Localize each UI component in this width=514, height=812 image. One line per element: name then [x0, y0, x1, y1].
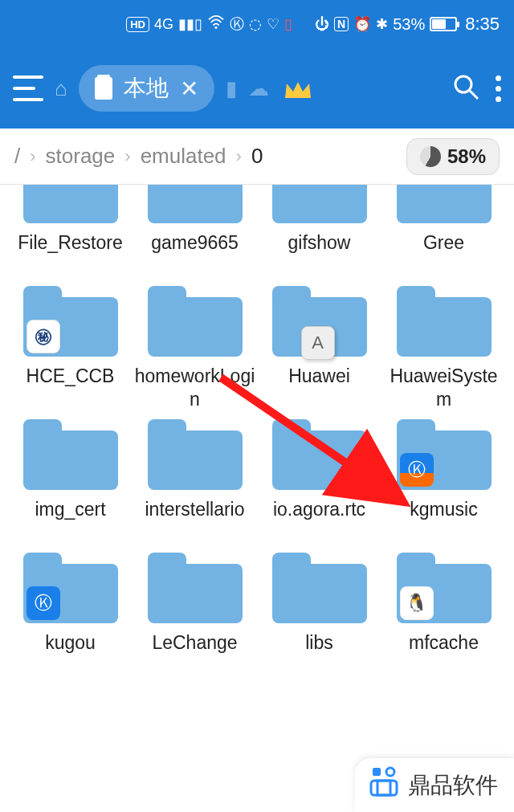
wifi-icon: [207, 15, 225, 34]
folder-icon: Ⓚ: [397, 419, 492, 490]
search-button[interactable]: [452, 73, 479, 104]
k-icon: Ⓚ: [230, 14, 244, 34]
clock: 8:35: [465, 14, 500, 35]
disk-usage-pill[interactable]: 58%: [406, 138, 500, 175]
folder-label: homeworkLogin: [133, 365, 257, 411]
chevron-right-icon: ›: [30, 146, 35, 167]
folder-icon: A: [272, 286, 367, 357]
svg-rect-4: [373, 768, 381, 776]
folder-label: LeChange: [150, 631, 239, 678]
battery-icon: [430, 17, 457, 31]
folder-label: game9665: [149, 231, 240, 278]
folder-item[interactable]: libs: [257, 553, 381, 678]
folder-item[interactable]: io.agora.rtc: [257, 419, 381, 545]
disk-pct: 58%: [447, 145, 486, 168]
folder-item[interactable]: img_cert: [8, 419, 133, 545]
net-label: 4G: [154, 16, 173, 33]
folder-label: kugou: [43, 631, 97, 678]
watermark-text: 鼎品软件: [408, 770, 498, 801]
folder-icon: [148, 553, 243, 623]
crumb-storage[interactable]: storage: [46, 144, 116, 169]
folder-item[interactable]: interstellario: [133, 419, 257, 545]
toolbar: ⌂ 本地 ✕ ▮ ☁: [0, 48, 514, 129]
svg-rect-6: [371, 781, 397, 795]
folder-icon: 🐧: [397, 553, 492, 623]
folder-label: io.agora.rtc: [271, 498, 367, 545]
folder-item[interactable]: A Huawei: [257, 286, 381, 411]
chevron-right-icon: ›: [236, 146, 242, 167]
folder-item[interactable]: File_Restore: [8, 193, 133, 278]
folder-label: HCE_CCB: [25, 365, 116, 411]
watermark-logo-icon: [368, 766, 400, 804]
folder-item[interactable]: game9665: [133, 193, 257, 278]
folder-label: img_cert: [33, 498, 107, 545]
folder-item[interactable]: 🐧 mfcache: [381, 553, 506, 678]
folder-label: File_Restore: [16, 231, 124, 278]
home-icon[interactable]: ⌂: [55, 76, 67, 101]
crumb-root[interactable]: /: [14, 144, 20, 169]
svg-line-2: [470, 91, 478, 99]
more-button[interactable]: [496, 75, 501, 102]
folder-item[interactable]: Ⓚ kugou: [8, 553, 133, 678]
menu-button[interactable]: [13, 75, 43, 101]
folder-icon: [272, 185, 367, 223]
tab-label: 本地: [124, 73, 169, 104]
power-icon: ⏻: [315, 16, 329, 33]
folder-icon: Ⓚ: [23, 553, 118, 623]
folder-item[interactable]: HuaweiSystem: [381, 286, 506, 411]
folder-label: kgmusic: [408, 498, 479, 545]
folder-item[interactable]: Ⓚ kgmusic: [381, 419, 506, 545]
svg-point-5: [386, 768, 394, 776]
alarm-icon: ⏰: [353, 15, 371, 33]
close-tab-button[interactable]: ✕: [180, 75, 198, 102]
crumb-emulated[interactable]: emulated: [141, 144, 226, 169]
folder-label: HuaweiSystem: [381, 365, 506, 411]
folder-label: Huawei: [287, 365, 352, 411]
folder-item[interactable]: LeChange: [133, 553, 257, 678]
folder-label: libs: [304, 631, 335, 678]
folder-icon: [397, 185, 492, 223]
cloud-icon[interactable]: ☁: [248, 76, 269, 101]
folder-item[interactable]: Gree: [381, 193, 506, 278]
folder-item[interactable]: ㊙ HCE_CCB: [8, 286, 133, 411]
folder-icon: [272, 553, 367, 623]
folder-icon: ㊙: [23, 286, 118, 357]
folder-icon: [397, 286, 492, 357]
book-icon: ▯: [284, 15, 292, 33]
folder-item[interactable]: gifshow: [257, 193, 381, 278]
bluetooth-icon: ✱: [376, 15, 388, 33]
crown-icon[interactable]: [284, 78, 312, 99]
folder-icon: [148, 286, 243, 357]
folder-item[interactable]: homeworkLogin: [133, 286, 257, 411]
folder-grid: File_Restore game9665 gifshow Gree ㊙ HCE…: [0, 185, 514, 812]
folder-icon: [148, 185, 243, 223]
heart-icon: ♡: [267, 15, 279, 33]
svg-rect-7: [377, 781, 390, 795]
storage-icon[interactable]: ▮: [226, 76, 237, 101]
svg-point-0: [214, 26, 217, 28]
folder-icon: [148, 419, 243, 490]
signal-icon: ▮▮▯: [178, 15, 202, 33]
location-tab[interactable]: 本地 ✕: [79, 65, 214, 112]
folder-icon: [272, 419, 367, 490]
pie-icon: [420, 146, 441, 167]
folder-icon: [23, 419, 118, 490]
chat-icon: ◌: [249, 15, 262, 33]
folder-label: gifshow: [287, 231, 353, 278]
svg-point-1: [455, 76, 471, 92]
breadcrumb: / › storage › emulated › 0 58%: [0, 129, 514, 185]
chevron-right-icon: ›: [124, 146, 130, 167]
nfc-icon: N: [334, 17, 349, 31]
watermark: 鼎品软件: [355, 758, 514, 812]
status-bar: HD 4G ▮▮▯ Ⓚ ◌ ♡ ▯ ⏻ N ⏰ ✱ 53% 8:35: [0, 0, 514, 48]
folder-label: Gree: [422, 231, 466, 278]
battery-pct: 53%: [393, 15, 425, 34]
folder-label: interstellario: [144, 498, 247, 545]
folder-icon: [23, 185, 118, 223]
crumb-current[interactable]: 0: [251, 144, 263, 169]
hd-badge: HD: [126, 17, 149, 32]
folder-label: mfcache: [407, 631, 480, 678]
sdcard-icon: [95, 77, 112, 100]
